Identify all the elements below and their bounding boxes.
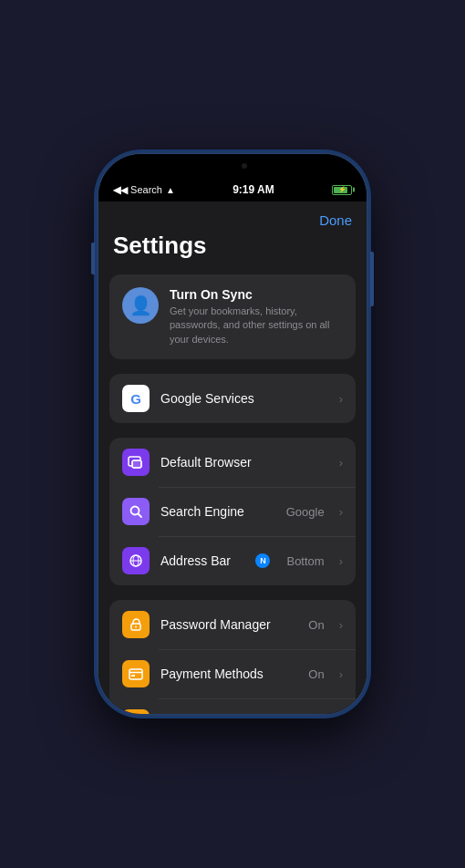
notch [196, 154, 269, 170]
chevron-right-icon: › [339, 392, 343, 406]
new-badge: N [255, 553, 270, 568]
person-icon: 👤 [129, 294, 152, 316]
status-time: 9:19 AM [232, 183, 274, 196]
svg-rect-10 [129, 669, 142, 679]
status-bar: ◀ ◀ Search ▲ 9:19 AM ⚡ [98, 181, 367, 202]
notch-area [98, 154, 367, 181]
phone-frame: ◀ ◀ Search ▲ 9:19 AM ⚡ Done Settings [96, 151, 369, 717]
sync-avatar: 👤 [122, 287, 159, 324]
sync-title: Turn On Sync [170, 287, 343, 302]
svg-rect-12 [131, 675, 135, 677]
settings-row-address-bar[interactable]: Address Bar N Bottom › [109, 536, 356, 585]
done-button[interactable]: Done [319, 212, 352, 228]
chevron-right-icon: › [339, 554, 343, 568]
password-manager-icon [122, 611, 150, 638]
password-manager-value: On [308, 618, 324, 632]
search-engine-label: Search Engine [160, 504, 275, 519]
settings-content: Done Settings 👤 Turn On Sync Get your bo… [98, 202, 367, 714]
chevron-right-icon: › [339, 456, 343, 470]
payment-methods-icon [122, 660, 150, 687]
search-engine-value: Google [286, 505, 325, 519]
address-bar-value: Bottom [286, 554, 324, 568]
svg-point-9 [135, 626, 137, 628]
done-row: Done [98, 202, 367, 232]
back-label[interactable]: ◀ Search [120, 184, 162, 196]
page-title: Settings [98, 232, 367, 274]
search-engine-icon [122, 498, 150, 525]
sync-card[interactable]: 👤 Turn On Sync Get your bookmarks, histo… [109, 274, 356, 359]
address-bar-icon [122, 547, 150, 574]
payment-methods-label: Payment Methods [160, 666, 297, 681]
settings-row-password-manager[interactable]: Password Manager On › [109, 600, 356, 649]
screen-content: ◀ ◀ Search ▲ 9:19 AM ⚡ Done Settings [98, 154, 367, 714]
settings-row-search-engine[interactable]: Search Engine Google › [109, 487, 356, 536]
addresses-icon [122, 709, 150, 714]
phone-screen: ◀ ◀ Search ▲ 9:19 AM ⚡ Done Settings [98, 154, 367, 714]
settings-row-default-browser[interactable]: Default Browser › [109, 438, 356, 487]
default-browser-label: Default Browser [160, 455, 328, 470]
sync-description: Get your bookmarks, history, passwords, … [170, 305, 343, 346]
address-bar-label: Address Bar [160, 553, 244, 568]
svg-rect-2 [132, 460, 141, 468]
settings-row-payment-methods[interactable]: Payment Methods On › [109, 649, 356, 698]
chevron-right-icon: › [339, 667, 343, 681]
camera-dot [242, 163, 247, 169]
battery-bolt-icon: ⚡ [338, 186, 346, 193]
battery-icon: ⚡ [332, 185, 352, 195]
autofill-section: Password Manager On › Pa [109, 600, 356, 714]
settings-row-addresses[interactable]: Addresses and More On › [109, 698, 356, 714]
google-services-label: Google Services [160, 391, 328, 406]
settings-row-google-services[interactable]: G Google Services › [109, 374, 356, 423]
wifi-icon: ▲ [166, 185, 175, 195]
status-left: ◀ ◀ Search ▲ [113, 184, 175, 196]
browser-section: Default Browser › Search Engine Google [109, 438, 356, 585]
google-icon: G [122, 385, 150, 412]
sync-text: Turn On Sync Get your bookmarks, history… [170, 287, 343, 346]
chevron-right-icon: › [339, 618, 343, 632]
svg-line-4 [139, 514, 142, 518]
password-manager-label: Password Manager [160, 617, 297, 632]
back-arrow-icon: ◀ [113, 184, 120, 196]
payment-methods-value: On [308, 667, 324, 681]
browser-icon [122, 449, 150, 476]
chevron-right-icon: › [339, 505, 343, 519]
status-right: ⚡ [332, 185, 352, 195]
google-services-section: G Google Services › [109, 374, 356, 423]
